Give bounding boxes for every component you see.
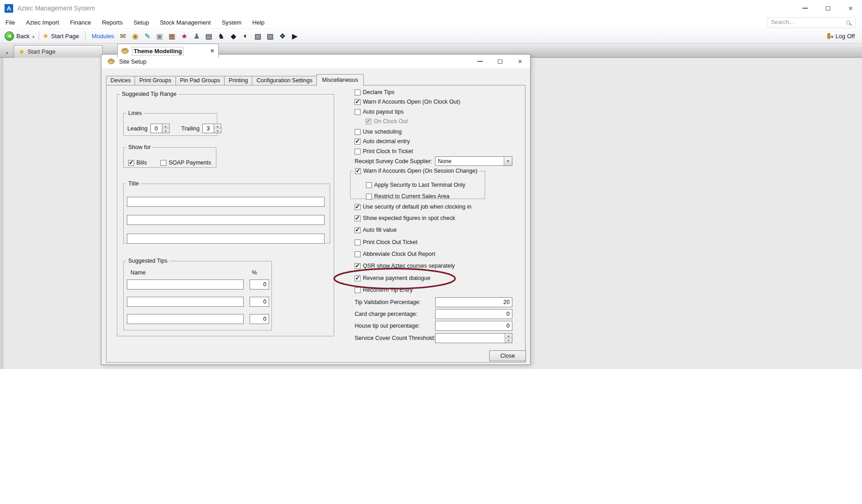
checkbox-icon[interactable] <box>355 275 361 281</box>
menu-item-reports[interactable]: Reports <box>96 19 128 26</box>
search-input[interactable]: Search... <box>767 17 856 27</box>
card-charge-percentage-input[interactable] <box>435 309 512 319</box>
option-print-clock-in-ticket[interactable]: Print Clock In Ticket <box>355 148 413 155</box>
menu-item-stock-management[interactable]: Stock Management <box>155 19 216 26</box>
design-icon[interactable]: ✎ <box>142 32 153 40</box>
finance-icon[interactable]: ◆ <box>228 32 239 40</box>
tab-list-dropdown-icon[interactable] <box>5 48 9 56</box>
tab-devices[interactable]: Devices <box>106 76 135 85</box>
checkbox-icon[interactable] <box>355 287 361 293</box>
trailing-spin-buttons[interactable] <box>214 124 221 133</box>
stock-icon[interactable]: ▤ <box>203 32 215 40</box>
receipt-survey-code-supplier-select[interactable]: None <box>435 156 512 166</box>
checkbox-icon[interactable] <box>355 139 361 145</box>
tip-percent-input-3[interactable] <box>250 314 269 324</box>
tab-start-page[interactable]: Start Page <box>14 45 103 58</box>
leading-stepper[interactable] <box>150 124 170 133</box>
reports-icon[interactable]: ▨ <box>265 32 276 40</box>
favourites-icon[interactable]: ★ <box>179 32 190 40</box>
dialog-maximize-button[interactable] <box>490 55 510 68</box>
tab-miscellaneous[interactable]: Miscellaneous <box>316 74 363 86</box>
checkbox-icon[interactable] <box>366 194 372 200</box>
checkbox-icon[interactable] <box>355 240 361 245</box>
tab-print-groups[interactable]: Print Groups <box>135 76 175 85</box>
option-bills[interactable]: Bills <box>128 160 147 166</box>
back-button[interactable]: Back <box>16 33 30 40</box>
trailing-input[interactable] <box>202 124 214 133</box>
menu-item-help[interactable]: Help <box>247 19 270 26</box>
option-auto-payout-tips[interactable]: Auto payout tips <box>355 108 404 115</box>
checkbox-icon[interactable] <box>355 204 361 210</box>
documents-icon[interactable]: ▧ <box>252 32 264 40</box>
maximize-button[interactable] <box>817 0 839 16</box>
tab-close-icon[interactable] <box>210 48 215 54</box>
option-auto-decimal-entry[interactable]: Auto decimal entry <box>355 138 410 145</box>
option-apply-security-last-terminal[interactable]: Apply Security to Last Terminal Only <box>366 181 466 189</box>
trailing-stepper[interactable] <box>202 124 221 133</box>
menu-item-file[interactable]: File <box>0 19 20 26</box>
option-restrict-current-sales-area[interactable]: Restrict to Current Sales Area <box>366 193 449 200</box>
calculator-icon[interactable]: ▦ <box>166 32 178 40</box>
option-show-expected-figures[interactable]: Show expected figures in spot check <box>355 215 455 222</box>
option-reconfirm-tip-entry[interactable]: Reconfirm Tip Entry <box>355 286 413 294</box>
chevron-down-icon[interactable] <box>504 157 512 165</box>
staff-icon[interactable]: ♟ <box>191 32 202 40</box>
option-qsr-show-aztec-courses[interactable]: QSR show Aztec courses separately <box>355 262 455 269</box>
tip-percent-input-1[interactable] <box>250 279 269 289</box>
collapsed-panel-splitter[interactable] <box>0 58 3 369</box>
option-abbreviate-clock-out-report[interactable]: Abbreviate Clock Out Report <box>355 250 435 258</box>
spin-up-icon[interactable] <box>505 334 512 339</box>
option-warn-accounts-clock-out[interactable]: Warn if Accounts Open (On Clock Out) <box>355 98 460 105</box>
checkbox-icon[interactable] <box>128 160 134 166</box>
option-reverse-payment-dialogue[interactable]: Reverse payment dialogue <box>355 274 431 282</box>
house-tip-out-percentage-input[interactable] <box>435 321 512 331</box>
tab-printing[interactable]: Printing <box>224 76 252 85</box>
tab-configuration-settings[interactable]: Configuration Settings <box>252 76 317 85</box>
dialog-close-button[interactable] <box>510 55 530 68</box>
supplier-icon[interactable]: ♞ <box>216 32 227 40</box>
checkbox-icon[interactable] <box>355 215 361 221</box>
checkbox-icon[interactable] <box>355 129 361 135</box>
checkbox-icon[interactable] <box>366 182 372 188</box>
checkbox-icon[interactable] <box>355 227 361 233</box>
mail-icon[interactable]: ✉ <box>117 32 129 40</box>
checkbox-icon[interactable] <box>355 90 361 95</box>
back-icon[interactable] <box>5 31 14 41</box>
spin-down-icon[interactable] <box>214 129 221 133</box>
spin-up-icon[interactable] <box>214 124 221 129</box>
export-icon[interactable]: ▶ <box>289 32 301 40</box>
leading-input[interactable] <box>150 124 162 133</box>
title-input-3[interactable] <box>127 234 325 244</box>
tip-percent-input-2[interactable] <box>250 297 269 307</box>
close-dialog-button[interactable]: Close <box>489 350 526 361</box>
close-button[interactable] <box>839 0 862 16</box>
back-dropdown-icon[interactable] <box>32 32 35 40</box>
title-input-1[interactable] <box>127 197 325 207</box>
schedule-icon[interactable]: ◐ <box>240 32 251 40</box>
menu-item-setup[interactable]: Setup <box>128 19 155 26</box>
modules-button[interactable]: Modules <box>92 33 114 40</box>
leading-spin-buttons[interactable] <box>162 124 170 133</box>
option-print-clock-out-ticket[interactable]: Print Clock Out Ticket <box>355 239 417 246</box>
tip-name-input-3[interactable] <box>127 314 244 324</box>
checkbox-icon[interactable] <box>355 109 361 115</box>
delivery-icon[interactable]: ▣ <box>154 32 165 40</box>
checkbox-icon[interactable] <box>355 251 361 257</box>
service-cover-count-threshold-input[interactable] <box>435 333 512 343</box>
option-use-scheduling[interactable]: Use scheduling <box>355 128 401 135</box>
spin-down-icon[interactable] <box>505 339 512 343</box>
menu-item-system[interactable]: System <box>216 19 247 26</box>
spin-down-icon[interactable] <box>162 129 169 133</box>
log-off-button[interactable]: Log Off <box>826 32 855 40</box>
globe-icon[interactable]: ◉ <box>130 32 141 40</box>
dialog-minimize-button[interactable] <box>470 55 490 68</box>
tip-name-input-2[interactable] <box>127 297 244 307</box>
checkbox-icon[interactable] <box>355 168 361 174</box>
threshold-spin-buttons[interactable] <box>505 334 512 343</box>
theme-icon[interactable]: ❖ <box>277 32 288 40</box>
checkbox-icon[interactable] <box>355 263 361 269</box>
tip-name-input-1[interactable] <box>127 279 244 289</box>
option-use-security-default-job[interactable]: Use security of default job when clockin… <box>355 203 471 210</box>
checkbox-icon[interactable] <box>355 99 361 105</box>
option-declare-tips[interactable]: Declare Tips <box>355 89 394 96</box>
